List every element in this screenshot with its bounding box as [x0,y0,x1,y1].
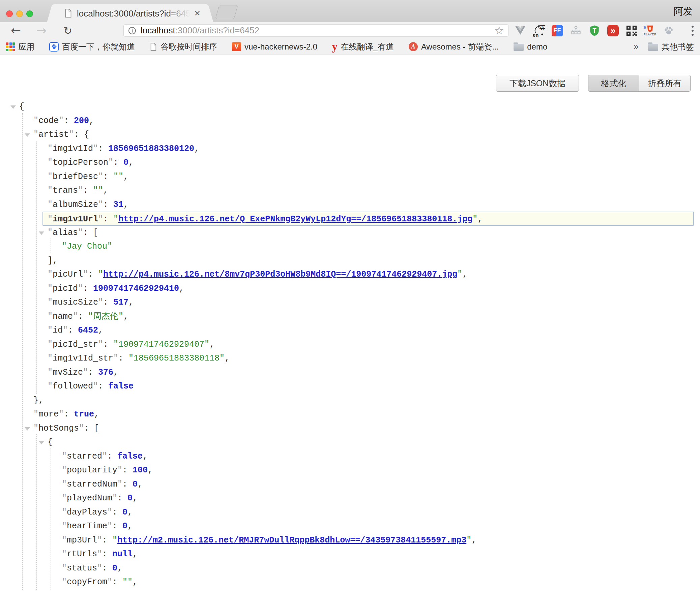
collapse-all-button[interactable]: 折叠所有 [639,75,691,92]
paw-icon[interactable] [662,24,675,37]
bookmark-label: Awesomes - 前端资... [421,41,499,52]
address-bar[interactable]: localhost:3000/artists?id=6452 ☆ [123,24,508,37]
page-info-icon[interactable] [128,27,136,35]
json-row: "rtUrls": null, [0,547,700,561]
apps-grid-icon [6,42,15,51]
json-row: }, [0,394,700,408]
bookmark-item[interactable]: 百度一下，你就知道 [49,41,135,52]
format-button[interactable]: 格式化 [588,75,639,92]
json-row: "dayPlays": 0, [0,505,700,520]
collapse-toggle-icon[interactable] [25,427,30,431]
json-row: "picId": 19097417462929410, [0,282,700,296]
other-bookmarks-folder[interactable]: 其他书签 [648,41,694,52]
html5-player-icon[interactable]: s 5 PLAYER [644,24,657,37]
json-row: "copyFrom": "", [0,575,700,589]
json-row: "briefDesc": "", [0,170,700,184]
bookmark-item[interactable]: 谷歌按时间排序 [150,41,217,52]
view-mode-button-group: 格式化 折叠所有 [588,75,691,92]
collapse-toggle-icon[interactable] [25,133,30,137]
json-row: ], [0,254,700,268]
url-text[interactable]: localhost:3000/artists?id=6452 [141,25,259,36]
collapse-toggle-icon[interactable] [39,441,44,444]
json-row: "name": "周杰伦", [0,310,700,324]
bookmark-label: 谷歌按时间排序 [161,41,217,52]
profile-name[interactable]: 阿发 [674,5,693,18]
json-row: "code": 200, [0,114,700,128]
minimize-window-button[interactable] [16,10,23,17]
svg-text:T: T [592,27,596,34]
download-json-button[interactable]: 下载JSON数据 [496,75,579,92]
json-row: "topicPerson": 0, [0,156,700,170]
tab-strip: localhost:3000/artists?id=645 × 阿发 [0,0,700,22]
chrome-menu-icon[interactable] [687,24,699,37]
json-row: "popularity": 100, [0,463,700,477]
url-host: localhost [141,25,175,35]
bookmark-label: 其他书签 [662,41,694,52]
json-row: "status": 0, [0,561,700,576]
json-row: "mvSize": 376, [0,366,700,380]
tab-title-fade [166,7,194,20]
json-row: "alias": [ [0,226,700,240]
bookmark-item[interactable]: y在线翻译_有道 [332,41,394,52]
fullscreen-window-button[interactable] [26,10,33,17]
forward-button: → [34,22,49,39]
back-button[interactable]: ← [8,22,24,39]
json-row: "mp3Url": "http://m2.music.126.net/RMJR7… [0,533,700,548]
youdao-icon: y [332,42,338,52]
collapse-toggle-icon[interactable] [39,231,44,235]
json-row: { [0,100,700,114]
page-favicon-icon [64,8,72,18]
new-tab-button[interactable] [215,5,238,19]
json-row: "artist": { [0,128,700,142]
translate-icon[interactable]: 英en [532,24,545,37]
qrcode-icon[interactable] [625,24,638,37]
bookmarks-overflow-icon[interactable]: » [634,41,639,52]
json-row: "img1v1Url": "http://p4.music.126.net/Q_… [42,212,694,226]
bookmarks-left: 应用 百度一下，你就知道 谷歌按时间排序Vvue-hackernews-2.0y… [6,41,547,52]
collapse-toggle-icon[interactable] [10,105,16,109]
tab-close-icon[interactable]: × [194,7,200,19]
json-row: "hotSongs": [ [0,422,700,436]
awesomes-icon: A [409,42,418,51]
json-row: "img1v1Id": 18569651883380120, [0,142,700,156]
bookmark-star-icon[interactable]: ☆ [494,25,504,36]
folder-icon [648,44,658,51]
bookmark-item[interactable]: Vvue-hackernews-2.0 [232,42,317,52]
bookmarks-right: » 其他书签 [634,41,694,52]
json-row: "playedNum": 0, [0,491,700,505]
json-viewer: {"code": 200,"artist": {"img1v1Id": 1856… [0,100,700,591]
svg-text:5: 5 [649,27,651,31]
bookmark-label: 应用 [18,41,34,52]
navigation-toolbar: ← → ↻ localhost:3000/artists?id=6452 ☆ 英… [0,22,700,39]
json-row: "trans": "", [0,184,700,198]
json-row: "starredNum": 0, [0,477,700,492]
json-row: "followed": false [0,379,700,394]
json-row: "musicSize": 517, [0,296,700,310]
json-link[interactable]: http://m2.music.126.net/RMJR7wDullRqppBk… [117,535,466,545]
bookmark-item[interactable]: 应用 [6,41,34,52]
bookmark-item[interactable]: AAwesomes - 前端资... [409,41,499,52]
baidu-paw-icon [49,42,59,52]
sitemap-icon[interactable] [570,24,582,37]
bookmark-item[interactable]: demo [514,42,547,52]
json-link[interactable]: http://p4.music.126.net/Q_ExePNkmgB2yWyL… [118,214,472,224]
extension-icons: 英en FE T» s 5 PLAYER [514,22,675,39]
json-row: "albumSize": 31, [0,198,700,212]
json-row: { [0,435,700,449]
folder-icon [514,42,524,51]
json-row: "img1v1Id_str": "18569651883380118", [0,351,700,366]
close-window-button[interactable] [6,10,13,17]
vue-devtools-icon[interactable] [514,24,527,37]
bookmarks-bar: 应用 百度一下，你就知道 谷歌按时间排序Vvue-hackernews-2.0y… [0,39,700,55]
json-row: "id": 6452, [0,323,700,338]
bookmark-label: vue-hackernews-2.0 [244,42,317,52]
fastforward-icon[interactable]: » [607,24,619,37]
bookmark-label: demo [527,42,547,52]
reload-button[interactable]: ↻ [60,22,76,39]
json-row: "more": true, [0,407,700,422]
tampermonkey-icon[interactable]: T [588,24,601,37]
json-link[interactable]: http://p4.music.126.net/8mv7qP30Pd3oHW8b… [103,270,457,279]
page-icon [150,42,157,51]
fe-icon[interactable]: FE [551,24,564,37]
browser-tab[interactable]: localhost:3000/artists?id=645 × [55,4,206,22]
